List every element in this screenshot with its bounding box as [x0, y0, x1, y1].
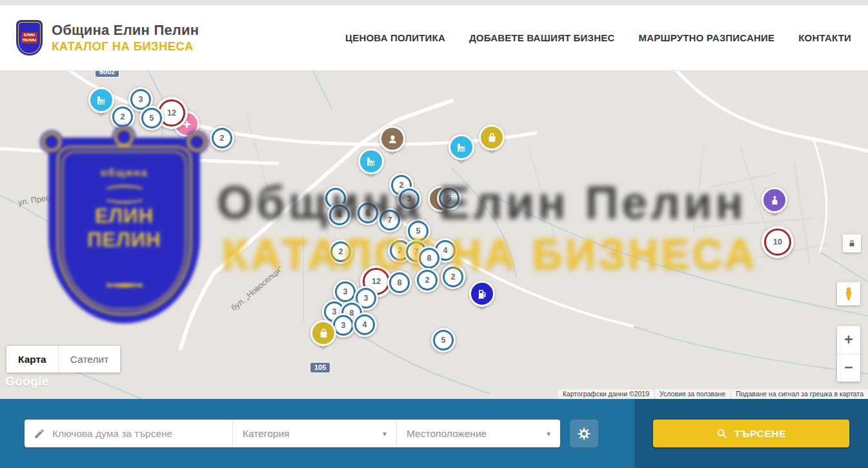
search-button[interactable]: ТЪРСЕНЕ [653, 420, 849, 447]
map-markers-layer: 312252235647522748212822333834510 [0, 71, 868, 399]
map-type-map-button[interactable]: Карта [6, 346, 58, 372]
lock-icon [847, 239, 856, 248]
search-bar: Категория ▾ Местоположение ▾ [0, 399, 868, 468]
map-marker-cluster[interactable]: 5 [437, 186, 461, 210]
zoom-in-button[interactable]: + [837, 326, 860, 354]
map-marker-cluster[interactable]: 4 [327, 203, 352, 227]
report-map-error-link[interactable]: Подаване на сигнал за грешка в картата [731, 389, 868, 399]
attribution-copyright: Картографски данни ©2019 [558, 389, 654, 399]
map-marker-pin-factory[interactable] [449, 134, 474, 160]
map-marker-cluster[interactable]: 5 [431, 328, 456, 352]
location-value: Местоположение [407, 428, 487, 440]
map-marker-cluster[interactable]: 8 [387, 270, 412, 295]
location-select[interactable]: Местоположение ▾ [396, 420, 560, 447]
map-marker-cluster[interactable]: 8 [417, 246, 441, 270]
chevron-down-icon: ▾ [547, 429, 550, 438]
map-marker-pin-factory[interactable] [88, 87, 114, 113]
page: ЕЛИН ПЕЛИН Община Елин Пелин КАТАЛОГ НА … [0, 0, 868, 468]
map-marker-pin-worker[interactable] [379, 126, 405, 152]
zoom-out-button[interactable]: − [837, 354, 860, 382]
map-marker-pin-bag[interactable] [479, 125, 505, 150]
map-marker-cluster[interactable]: 2 [210, 126, 234, 150]
lock-control[interactable] [843, 234, 861, 252]
map-marker-cluster[interactable]: 3 [397, 187, 421, 211]
search-icon [716, 428, 727, 439]
gear-icon [577, 427, 591, 441]
header: ЕЛИН ПЕЛИН Община Елин Пелин КАТАЛОГ НА … [0, 5, 868, 71]
settings-button[interactable] [570, 420, 598, 447]
municipality-crest-logo: ЕЛИН ПЕЛИН [16, 20, 43, 56]
map-marker-cluster[interactable]: 2 [328, 239, 353, 264]
keyword-field[interactable] [25, 420, 232, 447]
pencil-icon [34, 428, 45, 440]
map-marker-pin-bag[interactable] [310, 320, 336, 346]
keyword-input[interactable] [52, 428, 223, 440]
google-logo[interactable]: Google [5, 374, 49, 389]
search-button-label: ТЪРСЕНЕ [734, 428, 786, 440]
map-attribution: Картографски данни ©2019 Условия за полз… [557, 389, 868, 399]
search-bar-left: Категория ▾ Местоположение ▾ [0, 399, 634, 468]
site-subtitle: КАТАЛОГ НА БИЗНЕСА [52, 39, 199, 54]
map-marker-cluster[interactable]: 7 [378, 208, 402, 232]
nav-item-route-schedule[interactable]: МАРШРУТНО РАЗПИСАНИЕ [638, 32, 774, 43]
map-marker-pin-fuel[interactable] [469, 281, 495, 307]
crest-name: ЕЛИН ПЕЛИН [21, 32, 37, 44]
category-select[interactable]: Категория ▾ [232, 420, 396, 447]
map-marker-pin-church[interactable] [762, 187, 787, 213]
zoom-control: + − [837, 326, 860, 382]
map-marker-cluster[interactable]: 2 [415, 268, 439, 292]
terms-of-use-link[interactable]: Условия за ползване [655, 389, 730, 399]
category-value: Категория [243, 428, 289, 440]
search-input-group: Категория ▾ Местоположение ▾ [25, 420, 560, 447]
map-type-satellite-button[interactable]: Сателит [58, 346, 120, 372]
site-title: Община Елин Пелин [52, 22, 199, 39]
map-marker-cluster[interactable]: 6 [356, 201, 380, 225]
map-marker-pin-factory[interactable] [358, 148, 384, 174]
map-type-control: Карта Сателит [6, 346, 120, 372]
brand-text: Община Елин Пелин КАТАЛОГ НА БИЗНЕСА [52, 22, 199, 54]
pegman-icon [842, 287, 856, 301]
main-nav: ЦЕНОВА ПОЛИТИКА ДОБАВЕТЕ ВАШИЯТ БИЗНЕС М… [345, 32, 868, 43]
brand[interactable]: ЕЛИН ПЕЛИН Община Елин Пелин КАТАЛОГ НА … [0, 20, 199, 56]
pegman-control[interactable] [837, 282, 860, 305]
map-marker-cluster[interactable]: 2 [441, 265, 465, 289]
chevron-down-icon: ▾ [383, 429, 387, 438]
nav-item-contacts[interactable]: КОНТАКТИ [798, 32, 851, 43]
map-marker-cluster[interactable]: 4 [352, 312, 377, 337]
nav-item-pricing-policy[interactable]: ЦЕНОВА ПОЛИТИКА [345, 32, 445, 43]
nav-item-add-business[interactable]: ДОБАВЕТЕ ВАШИЯТ БИЗНЕС [469, 32, 614, 43]
map-canvas[interactable]: ул. Преславбул. „Новоселци“ци“6002105 31… [0, 71, 868, 399]
map-marker-cluster[interactable]: 10 [762, 226, 794, 258]
search-bar-right: ТЪРСЕНЕ [634, 399, 868, 468]
map-marker-cluster[interactable]: 5 [139, 106, 164, 130]
